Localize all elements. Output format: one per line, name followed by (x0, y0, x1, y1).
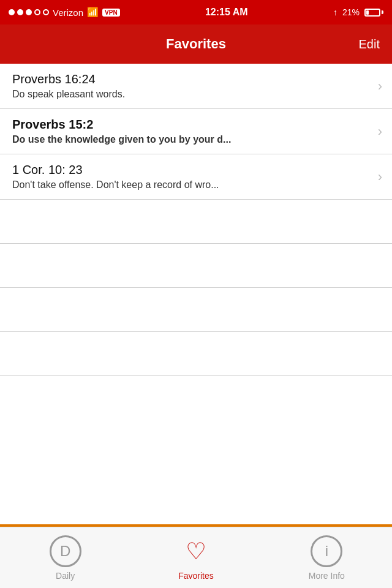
battery-percent: 21% (342, 7, 360, 17)
empty-row-4 (0, 332, 392, 376)
signal-dot-3 (26, 9, 32, 15)
more-info-icon: i (311, 535, 342, 567)
empty-row-2 (0, 244, 392, 288)
favorites-icon-container: ♡ (180, 535, 212, 567)
tab-more-info[interactable]: i More Info (271, 535, 382, 581)
tab-bar: D Daily ♡ Favorites i More Info (0, 527, 392, 588)
status-left: Verizon 📶 VPN (9, 7, 120, 18)
chevron-icon: › (378, 124, 382, 140)
tab-daily[interactable]: D Daily (10, 535, 121, 581)
favorites-label: Favorites (178, 571, 214, 581)
favorites-list: Proverbs 16:24 Do speak pleasant words. … (0, 64, 392, 524)
location-icon: ↑ (333, 7, 337, 17)
item-subtitle: Do use the knowledge given to you by you… (12, 134, 365, 145)
chevron-icon: › (378, 78, 382, 94)
list-item[interactable]: Proverbs 16:24 Do speak pleasant words. … (0, 64, 392, 109)
nav-title: Favorites (166, 36, 226, 52)
status-right: ↑ 21% (333, 7, 383, 17)
battery-body (364, 9, 380, 17)
nav-bar: Favorites Edit (0, 24, 392, 64)
signal-dot-2 (17, 9, 23, 15)
more-info-label: More Info (309, 571, 345, 581)
signal-dots (9, 9, 49, 15)
chevron-icon: › (378, 169, 382, 185)
more-info-icon-label: i (325, 543, 328, 560)
daily-label: Daily (56, 571, 75, 581)
item-title: Proverbs 15:2 (12, 118, 365, 132)
daily-icon-label: D (60, 543, 70, 560)
battery-icon (364, 9, 383, 17)
carrier-label: Verizon (53, 7, 83, 18)
battery-tip (382, 10, 383, 14)
item-subtitle: Do speak pleasant words. (12, 89, 365, 100)
item-subtitle: Don't take offense. Don't keep a record … (12, 179, 365, 190)
status-time: 12:15 AM (205, 7, 248, 18)
battery-fill (366, 10, 369, 15)
signal-dot-1 (9, 9, 15, 15)
list-item[interactable]: 1 Cor. 10: 23 Don't take offense. Don't … (0, 154, 392, 200)
tab-favorites[interactable]: ♡ Favorites (141, 535, 251, 581)
daily-icon: D (50, 535, 81, 567)
main-content: Favorites Edit Proverbs 16:24 Do speak p… (0, 24, 392, 588)
empty-row-1 (0, 200, 392, 244)
signal-dot-4 (34, 9, 40, 15)
wifi-icon: 📶 (87, 7, 99, 18)
empty-row-3 (0, 288, 392, 332)
item-title: 1 Cor. 10: 23 (12, 163, 365, 177)
list-item[interactable]: Proverbs 15:2 Do use the knowledge given… (0, 109, 392, 154)
vpn-badge: VPN (102, 9, 120, 17)
item-title: Proverbs 16:24 (12, 72, 365, 86)
status-bar: Verizon 📶 VPN 12:15 AM ↑ 21% (0, 0, 392, 24)
edit-button[interactable]: Edit (359, 37, 380, 51)
signal-dot-5 (43, 9, 49, 15)
heart-icon: ♡ (186, 540, 206, 563)
